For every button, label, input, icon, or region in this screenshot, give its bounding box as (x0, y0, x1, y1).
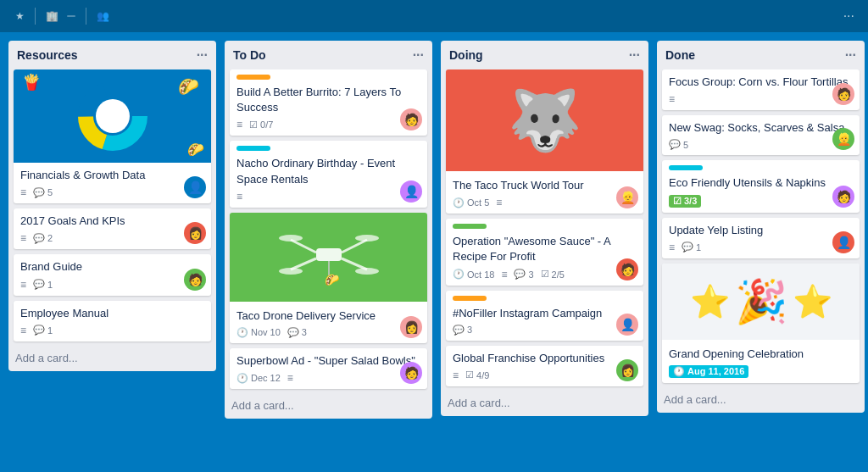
svg-line-6 (342, 240, 367, 253)
card[interactable]: 2017 Goals And KPIs≡💬2👩 (14, 208, 211, 249)
add-card-button[interactable]: Add a card... (441, 391, 648, 416)
count-text: 3 (467, 325, 472, 335)
card-label (669, 165, 703, 170)
list-cards: Build A Better Burrito: 7 Layers To Succ… (225, 69, 432, 394)
svg-line-8 (342, 258, 367, 269)
card[interactable]: 🌮 🍟 🌮 Financials & Growth Data≡💬5👤 (14, 69, 211, 203)
taco-chip-icon: 🌮 (178, 76, 199, 97)
avatar: 👤 (616, 314, 638, 336)
comment-icon: 💬 (453, 325, 465, 336)
comment-badge: 💬5 (33, 187, 53, 198)
count-text: 5 (47, 187, 53, 197)
card[interactable]: Update Yelp Listing≡💬1👤 (662, 218, 860, 258)
card-title: Brand Guide (20, 259, 204, 275)
card-meta: 💬5 (669, 139, 853, 150)
card[interactable]: New Swag: Socks, Scarves & Salsa💬5👱 (662, 115, 860, 155)
avatar: 🧑 (832, 83, 854, 105)
header: ★ 🏢 👥 ··· (0, 0, 868, 32)
card[interactable]: 🐺The Taco Truck World Tour🕐Oct 5≡👱 (446, 69, 643, 214)
card-meta: ≡💬1 (20, 325, 204, 336)
svg-line-7 (291, 258, 316, 269)
card-title: Update Yelp Listing (669, 223, 853, 238)
add-card-button[interactable]: Add a card... (8, 347, 216, 371)
card-label (453, 296, 487, 301)
card[interactable]: ⭐ 🎉 ⭐ Grand Opening Celebration🕐Aug 11, … (662, 264, 860, 383)
add-card-button[interactable]: Add a card... (225, 394, 432, 419)
add-card-button[interactable]: Add a card... (657, 388, 865, 413)
comment-icon: 💬 (682, 242, 693, 253)
list-title: Resources (17, 48, 78, 62)
divider (35, 8, 36, 25)
count-text: 5 (683, 140, 688, 150)
badge-text: 3/3 (684, 196, 697, 206)
free-badge[interactable] (67, 15, 75, 17)
description-icon: ≡ (236, 119, 242, 130)
card[interactable]: Operation "Awesome Sauce" - A Recipe For… (446, 219, 643, 285)
comment-icon: 💬 (33, 325, 45, 336)
card[interactable]: Nacho Ordinary Birthday - Event Space Re… (230, 141, 427, 207)
card-date: 🕐Oct 18 (453, 269, 494, 280)
org-badge: 🏢 (46, 10, 75, 22)
comment-icon: 💬 (33, 279, 45, 290)
board: Resources··· 🌮 🍟 🌮 Financials & Growth D… (0, 32, 868, 472)
card[interactable]: Focus Group: Corn vs. Flour Tortillas≡🧑 (662, 69, 860, 110)
list-more-button[interactable]: ··· (629, 47, 640, 63)
description-icon: ≡ (501, 269, 507, 280)
card-title: Grand Opening Celebration (669, 347, 853, 362)
count-text: 1 (47, 280, 53, 290)
teal-badge: 🕐Aug 11, 2016 (669, 365, 748, 378)
card-meta: ≡ (669, 93, 853, 105)
card-meta: 🕐Oct 18≡💬3☑2/5 (453, 269, 637, 280)
list-more-button[interactable]: ··· (845, 47, 856, 63)
list-more-button[interactable]: ··· (197, 47, 208, 63)
drone-image: 🌮 (230, 213, 427, 302)
star-icon[interactable]: ★ (15, 10, 25, 22)
checklist-badge: ☑4/9 (465, 369, 489, 380)
comment-badge: 💬1 (33, 325, 53, 336)
comment-badge: 💬2 (33, 233, 53, 244)
card[interactable]: Superbowl Ad - "Super Salad Bowls"🕐Dec 1… (230, 348, 427, 389)
description-icon: ≡ (20, 232, 26, 244)
donut-chart (75, 78, 151, 154)
svg-line-5 (291, 240, 316, 253)
avatar: 🧑 (616, 258, 638, 280)
card-meta: ≡💬2 (20, 232, 204, 244)
comment-badge: 💬1 (33, 279, 53, 290)
card[interactable]: Build A Better Burrito: 7 Layers To Succ… (230, 69, 427, 136)
card[interactable]: Global Franchise Opportunities≡☑4/9👩 (446, 346, 643, 386)
card-meta: 🕐Nov 10💬3 (236, 327, 420, 338)
card-title: Nacho Ordinary Birthday - Event Space Re… (236, 156, 420, 186)
card-title: The Taco Truck World Tour (453, 178, 637, 193)
svg-text:🌮: 🌮 (325, 273, 340, 287)
list-more-button[interactable]: ··· (413, 47, 424, 63)
card[interactable]: Employee Manual≡💬1 (14, 301, 211, 342)
card-meta: ≡☑4/9 (453, 369, 637, 381)
card-meta: ≡☑0/7 (236, 119, 420, 130)
card-title: Employee Manual (20, 306, 204, 321)
card-label (236, 75, 270, 80)
description-icon: ≡ (669, 242, 675, 253)
husky-emoji: 🐺 (508, 86, 581, 155)
card-title: Eco Friendly Utensils & Napkins (669, 175, 853, 191)
visibility-icon: 👥 (97, 10, 109, 22)
card-date: 🕐Nov 10 (236, 327, 281, 338)
list-header: Doing··· (441, 41, 648, 69)
comment-badge: 💬5 (669, 139, 688, 150)
checklist-text: 2/5 (552, 269, 565, 280)
org-icon: 🏢 (46, 10, 58, 22)
more-icon: ··· (843, 8, 854, 24)
card[interactable]: 🌮 Taco Drone Delivery Service🕐Nov 10💬3👩 (230, 213, 427, 343)
stars-image: ⭐ 🎉 ⭐ (662, 264, 860, 340)
description-icon: ≡ (669, 93, 675, 105)
card[interactable]: #NoFiller Instagram Campaign💬3👤 (446, 291, 643, 341)
avatar: 👤 (184, 176, 206, 198)
star1: ⭐ (690, 283, 730, 320)
badge-text: Aug 11, 2016 (687, 366, 744, 376)
card[interactable]: Brand Guide≡💬1🧑 (14, 254, 211, 295)
card-title: Operation "Awesome Sauce" - A Recipe For… (453, 234, 637, 264)
card[interactable]: Eco Friendly Utensils & Napkins☑3/3🧑 (662, 160, 860, 212)
date-text: Dec 12 (251, 373, 281, 383)
count-text: 2 (47, 233, 53, 243)
checklist-text: 4/9 (476, 370, 489, 380)
divider2 (86, 8, 86, 25)
